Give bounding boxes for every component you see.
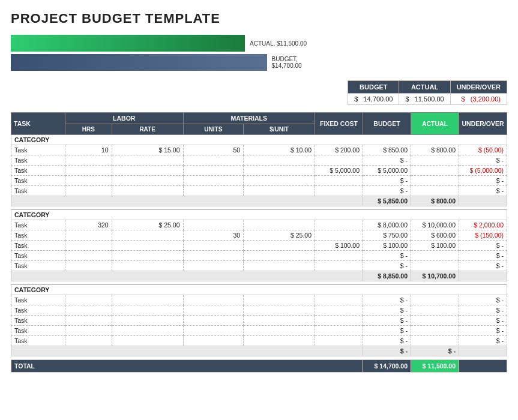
summary-actual-dollar: $	[405, 95, 409, 103]
table-row: Task$ -$ -	[11, 305, 507, 316]
task-header: TASK	[11, 113, 65, 135]
materials-header: MATERIALS	[183, 113, 315, 124]
summary-actual-cell: $ 11,500.00	[399, 94, 450, 105]
summary-actual-header: ACTUAL	[399, 81, 450, 94]
table-row: Task320$ 25.00$ 8,000.00$ 10,000.00$ 2,0…	[11, 220, 507, 230]
table-row: Task$ -$ -	[11, 316, 507, 326]
budget-bar	[11, 54, 267, 71]
page-title: PROJECT BUDGET TEMPLATE	[11, 11, 507, 26]
summary-budget-val: 14,700.00	[363, 95, 393, 103]
actual-bar-row: ACTUAL, $11,500.00	[11, 35, 323, 52]
table-row: Task30$ 25.00$ 750.00$ 600.00$ (150.00)	[11, 230, 507, 241]
main-header-group-row: TASK LABOR MATERIALS FIXED COST BUDGET A…	[11, 113, 507, 124]
fixed-cost-header: FIXED COST	[315, 113, 363, 135]
summary-budget-cell: $ 14,700.00	[348, 94, 399, 105]
subtotal-row: $ -$ -	[11, 346, 507, 356]
table-row: Task$ -$ -	[11, 326, 507, 336]
subtotal-row: $ 8,850.00$ 10,700.00	[11, 271, 507, 281]
actual-bar-label: ACTUAL, $11,500.00	[250, 40, 307, 47]
table-row: Task10$ 15.0050$ 10.00$ 200.00$ 850.00$ …	[11, 145, 507, 155]
table-row: Task$ -$ -	[11, 155, 507, 166]
actual-header: ACTUAL	[411, 113, 459, 135]
budget-bar-label: BUDGET, $14,700.00	[272, 56, 323, 69]
summary-over-cell: $ (3,200.00)	[450, 94, 507, 105]
summary-actual-val: 11,500.00	[415, 95, 444, 103]
summary-table: BUDGET ACTUAL UNDER/OVER $ 14,700.00 $ 1…	[348, 80, 507, 105]
table-row: Task$ 100.00$ 100.00$ 100.00$ -	[11, 241, 507, 251]
units-header: UNITS	[183, 124, 244, 135]
budget-header: BUDGET	[363, 113, 411, 135]
summary-budget-dollar: $	[354, 95, 358, 103]
table-row: Task$ -$ -	[11, 186, 507, 196]
total-row: TOTAL$ 14,700.00$ 11,500.00	[11, 360, 507, 373]
summary-over-header: UNDER/OVER	[450, 81, 507, 94]
summary-over-val: (3,200.00)	[471, 95, 501, 103]
summary-row: $ 14,700.00 $ 11,500.00 $ (3,200.00)	[348, 94, 507, 105]
table-row: Task$ -$ -	[11, 336, 507, 346]
rate-header: RATE	[112, 124, 183, 135]
chart-area: ACTUAL, $11,500.00 BUDGET, $14,700.00	[11, 35, 323, 71]
under-over-header: UNDER/OVER	[459, 113, 507, 135]
table-row: Task$ -$ -	[11, 261, 507, 271]
table-row: Task$ 5,000.00$ 5,000.00$ (5,000.00)	[11, 166, 507, 176]
labor-header: LABOR	[65, 113, 184, 124]
table-row: Task$ -$ -	[11, 176, 507, 186]
per-unit-header: $/UNIT	[244, 124, 315, 135]
summary-over-dollar: $	[462, 95, 465, 103]
category-row: CATEGORY	[11, 135, 507, 145]
category-row: CATEGORY	[11, 210, 507, 220]
category-row: CATEGORY	[11, 285, 507, 295]
subtotal-row: $ 5,850.00$ 800.00	[11, 196, 507, 206]
table-row: Task$ -$ -	[11, 295, 507, 305]
summary-budget-header: BUDGET	[348, 81, 399, 94]
table-row: Task$ -$ -	[11, 251, 507, 261]
hrs-header: HRS	[65, 124, 112, 135]
actual-bar	[11, 35, 245, 52]
main-table: TASK LABOR MATERIALS FIXED COST BUDGET A…	[11, 112, 507, 373]
summary-wrapper: BUDGET ACTUAL UNDER/OVER $ 14,700.00 $ 1…	[11, 80, 507, 105]
budget-bar-row: BUDGET, $14,700.00	[11, 54, 323, 71]
